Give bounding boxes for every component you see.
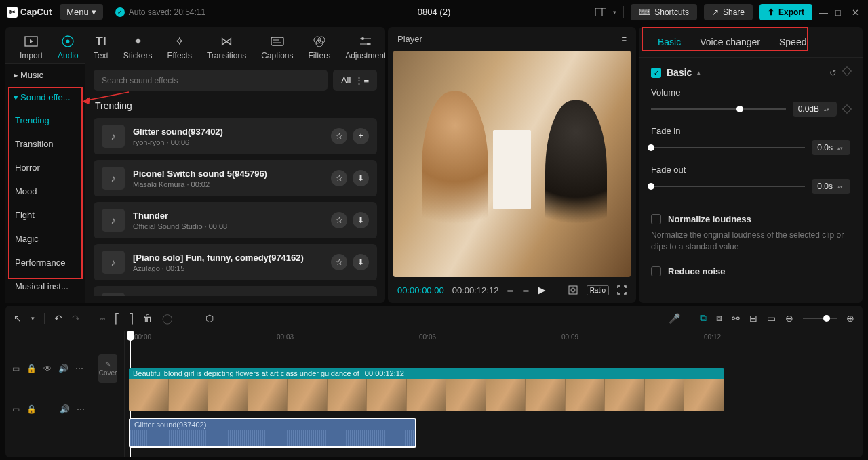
stepper-icon[interactable]: ▴▾ — [822, 107, 831, 112]
video-clip[interactable]: Beautiful blond girl is depicting flower… — [129, 368, 724, 411]
cover-button[interactable]: ✎ Cover — [98, 354, 117, 383]
lock-icon[interactable]: 🔒 — [26, 404, 37, 414]
sidebar-item-horror[interactable]: Horror — [5, 156, 85, 180]
chevron-down-icon[interactable]: ▾ — [31, 315, 35, 322]
track-toggle-icon[interactable]: ▭ — [12, 404, 20, 414]
sidebar-item-performance[interactable]: Performance — [5, 251, 85, 274]
tab-adjustment[interactable]: Adjustment — [338, 31, 393, 63]
trim-right-tool[interactable]: ⎤ — [129, 313, 134, 324]
layout-icon[interactable] — [595, 7, 606, 18]
reduce-noise-checkbox[interactable] — [651, 266, 661, 276]
time-ruler[interactable]: 00:00 00:03 00:06 00:09 00:12 — [125, 331, 863, 345]
sidebar-soundfx[interactable]: ▾Sound effe... — [5, 86, 85, 108]
play-button[interactable]: ▶ — [538, 284, 546, 296]
close-icon[interactable]: ✕ — [852, 7, 861, 17]
sidebar-item-musical[interactable]: Musical inst... — [5, 274, 85, 298]
normalize-checkbox[interactable] — [651, 214, 661, 224]
sound-item[interactable]: ♪ Explosion ☆⬇ — [94, 286, 377, 296]
sound-item[interactable]: ♪ ThunderOfficial Sound Studio · 00:08 ☆… — [94, 202, 377, 238]
tab-basic[interactable]: Basic — [648, 27, 690, 57]
mic-icon[interactable]: 🎤 — [669, 313, 680, 324]
chain-icon[interactable]: ⚯ — [732, 313, 740, 324]
sidebar-item-fight[interactable]: Fight — [5, 203, 85, 227]
player-menu-icon[interactable]: ≡ — [621, 34, 627, 44]
favorite-button[interactable]: ☆ — [331, 212, 347, 228]
download-button[interactable]: ⬇ — [353, 254, 369, 270]
fadein-value[interactable]: 0.0s▴▾ — [812, 140, 850, 155]
zoom-in-icon[interactable]: ⊕ — [846, 313, 854, 324]
tab-captions[interactable]: Captions — [254, 31, 300, 63]
tab-audio[interactable]: Audio — [50, 31, 86, 63]
tab-filters[interactable]: Filters — [301, 31, 338, 63]
download-button[interactable]: ⬇ — [353, 170, 369, 186]
tab-text[interactable]: TIText — [86, 31, 116, 63]
list-icon-2[interactable]: ≣ — [522, 285, 530, 295]
keyframe-icon[interactable] — [842, 104, 852, 114]
volume-value[interactable]: 0.0dB▴▾ — [793, 102, 837, 117]
mute-icon[interactable]: 🔊 — [58, 364, 68, 373]
chevron-down-icon[interactable]: ▾ — [613, 9, 616, 16]
tracks-area[interactable]: 00:00 00:03 00:06 00:09 00:12 Beautiful … — [125, 331, 863, 457]
redo-button[interactable]: ↷ — [72, 313, 80, 324]
tab-stickers[interactable]: ✦Stickers — [116, 31, 160, 63]
marker-tool[interactable]: ◯ — [162, 313, 173, 324]
stepper-icon[interactable]: ▴▾ — [835, 146, 845, 150]
split-tool[interactable]: ⎓ — [100, 313, 105, 324]
eye-icon[interactable]: 👁 — [43, 364, 52, 373]
ratio-button[interactable]: Ratio — [587, 285, 609, 295]
magnet-icon[interactable]: ⧉ — [700, 312, 707, 324]
zoom-slider[interactable] — [803, 318, 837, 319]
tab-effects[interactable]: ✧Effects — [159, 31, 199, 63]
favorite-button[interactable]: ☆ — [331, 254, 347, 270]
more-icon[interactable]: ⋯ — [77, 404, 85, 414]
more-icon[interactable]: ⋯ — [75, 364, 83, 373]
sidebar-item-transition[interactable]: Transition — [5, 132, 85, 156]
tab-transitions[interactable]: ⋈Transitions — [199, 31, 254, 63]
download-button[interactable]: ⬇ — [353, 212, 369, 228]
tab-import[interactable]: Import — [12, 31, 50, 63]
volume-slider[interactable] — [651, 108, 786, 110]
fadein-slider[interactable] — [651, 147, 805, 148]
menu-button[interactable]: Menu ▾ — [60, 4, 103, 20]
sidebar-item-trending[interactable]: Trending — [5, 108, 85, 132]
fadeout-value[interactable]: 0.0s▴▾ — [812, 179, 850, 194]
tab-speed[interactable]: Speed — [770, 27, 816, 57]
keyframe-icon[interactable] — [842, 66, 852, 75]
undo-button[interactable]: ↶ — [54, 313, 62, 324]
link-icon[interactable]: ⧈ — [716, 312, 722, 324]
favorite-button[interactable]: ☆ — [331, 170, 347, 186]
list-icon[interactable]: ≣ — [507, 285, 514, 295]
basic-checkbox[interactable]: ✓ — [651, 68, 661, 78]
align-icon[interactable]: ⊟ — [749, 313, 757, 324]
lock-icon[interactable]: 🔒 — [26, 364, 37, 373]
all-filter-button[interactable]: All⋮≡ — [333, 70, 377, 91]
search-input[interactable] — [94, 70, 328, 91]
mute-icon[interactable]: 🔊 — [60, 404, 70, 414]
chevron-icon[interactable]: ▴ — [697, 69, 701, 76]
stepper-icon[interactable]: ▴▾ — [835, 184, 845, 189]
add-button[interactable]: + — [353, 128, 369, 144]
player-viewport[interactable] — [393, 51, 631, 277]
shield-tool[interactable]: ⬡ — [205, 313, 214, 324]
reset-icon[interactable]: ↺ — [829, 68, 837, 78]
fullscreen-icon[interactable] — [617, 285, 627, 295]
trim-left-tool[interactable]: ⎡ — [115, 313, 119, 324]
track-toggle-icon[interactable]: ▭ — [12, 364, 20, 373]
share-button[interactable]: ↗ Share — [704, 4, 753, 20]
sound-item[interactable]: ♪ Glitter sound(937402)ryon-ryon · 00:06… — [94, 118, 377, 154]
zoom-out-icon[interactable]: ⊖ — [785, 313, 793, 324]
fadeout-slider[interactable] — [651, 186, 805, 187]
scale-icon[interactable] — [568, 285, 578, 295]
shortcuts-button[interactable]: ⌨ Shortcuts — [631, 4, 697, 20]
sound-item[interactable]: ♪ [Piano solo] Fun, funny, comedy(974162… — [94, 244, 377, 280]
audio-clip[interactable]: Glitter sound(937402) — [129, 418, 416, 448]
preview-icon[interactable]: ▭ — [767, 313, 776, 324]
cursor-tool[interactable]: ↖ — [14, 313, 22, 324]
maximize-icon[interactable]: □ — [835, 7, 845, 17]
delete-tool[interactable]: 🗑 — [143, 313, 153, 324]
sidebar-item-magic[interactable]: Magic — [5, 227, 85, 251]
sidebar-item-mood[interactable]: Mood — [5, 180, 85, 203]
tab-voice-changer[interactable]: Voice changer — [690, 27, 770, 57]
sound-item[interactable]: ♪ Picone! Switch sound 5(945796)Masaki K… — [94, 160, 377, 196]
favorite-button[interactable]: ☆ — [331, 128, 347, 144]
